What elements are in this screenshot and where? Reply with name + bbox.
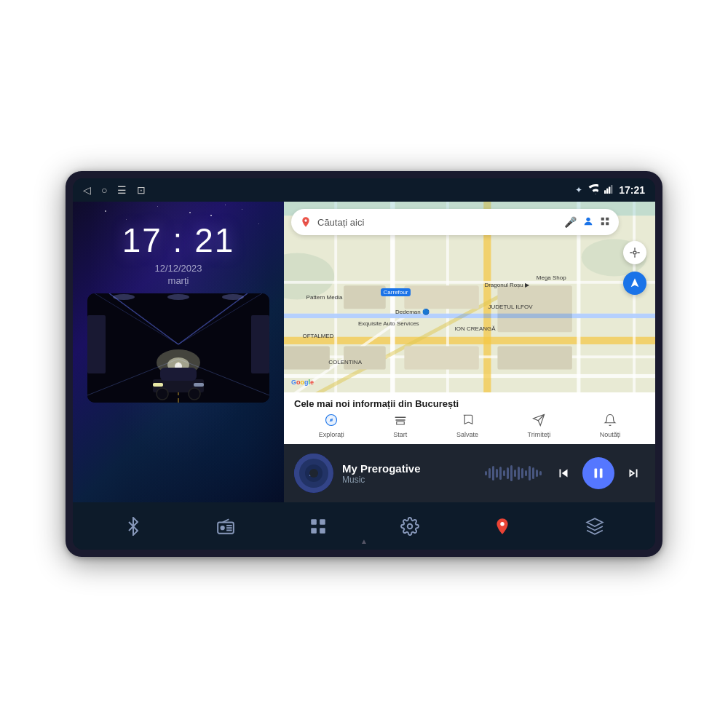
apps-button[interactable] <box>302 510 334 542</box>
wave-bar <box>525 470 527 476</box>
map-label-dragonul: Dragonul Roșu ▶ <box>484 282 529 288</box>
svg-point-16 <box>167 294 189 300</box>
account-icon[interactable] <box>582 215 594 229</box>
next-track-button[interactable] <box>622 462 645 485</box>
nav-info-title: Cele mai noi informații din București <box>294 398 645 409</box>
nav-tabs: Explorați Start <box>294 414 645 438</box>
svg-rect-30 <box>284 337 655 344</box>
clock-day: marți <box>168 275 189 286</box>
wave-bar <box>492 466 494 480</box>
svg-rect-54 <box>601 217 604 220</box>
svg-rect-0 <box>604 190 606 194</box>
map-container[interactable]: Căutați aici 🎤 Pattern Media <box>284 202 655 444</box>
trimiteti-label: Trimiteți <box>527 431 550 438</box>
svg-point-58 <box>633 251 636 254</box>
nav-tab-noutati[interactable]: Noutăți <box>600 414 621 438</box>
svg-point-25 <box>189 388 200 400</box>
svg-point-53 <box>586 217 590 221</box>
map-label-judet: JUDEȚUL ILFOV <box>488 304 533 310</box>
menu-icon[interactable]: ☰ <box>117 184 127 196</box>
settings-button[interactable] <box>394 510 426 542</box>
map-navigate-button[interactable] <box>623 272 646 295</box>
map-target-button[interactable] <box>623 241 646 264</box>
noutati-label: Noutăți <box>600 431 621 438</box>
album-art: ♫ <box>294 454 333 493</box>
prev-track-button[interactable] <box>552 462 575 485</box>
music-title: My Prerogative <box>342 462 476 475</box>
svg-rect-55 <box>606 217 609 220</box>
grid-icon[interactable] <box>600 216 610 229</box>
mic-icon[interactable]: 🎤 <box>564 216 577 228</box>
svg-rect-48 <box>284 347 330 370</box>
svg-rect-19 <box>251 315 269 373</box>
svg-rect-72 <box>595 469 598 478</box>
map-search-actions: 🎤 <box>564 215 610 229</box>
music-player: ♫ My Prerogative Music <box>284 444 655 502</box>
google-maps-button[interactable] <box>486 510 518 542</box>
map-label-auto: Exquisite Auto Services <box>358 320 419 327</box>
svg-rect-56 <box>601 222 604 225</box>
svg-rect-1 <box>606 188 608 193</box>
nav-tab-salvate[interactable]: Salvate <box>456 414 478 438</box>
map-label-ion-creanga: ION CREANGĂ <box>455 325 496 332</box>
start-icon <box>394 414 407 430</box>
car-tunnel-image <box>87 293 269 403</box>
google-maps-icon <box>300 216 312 228</box>
map-label-oftalmed: OFTALMED <box>303 333 334 339</box>
noutati-icon <box>604 414 617 430</box>
left-panel: 17 : 21 12/12/2023 marți <box>73 202 284 502</box>
music-controls <box>552 457 645 489</box>
music-waveform <box>485 462 543 484</box>
svg-point-83 <box>408 523 413 529</box>
screenshot-icon[interactable]: ⊡ <box>137 184 146 196</box>
svg-point-24 <box>157 388 168 400</box>
start-label: Start <box>393 431 407 438</box>
map-label-colentina: COLENTINA <box>328 359 362 365</box>
status-bar-right: ✦ 17:21 <box>575 184 645 197</box>
svg-rect-79 <box>311 519 317 525</box>
nav-info-panel: Cele mai noi informații din București Ex… <box>284 392 655 444</box>
map-search-bar[interactable]: Căutați aici 🎤 <box>291 209 619 235</box>
explorati-label: Explorați <box>319 431 344 438</box>
wifi-icon <box>588 184 598 197</box>
map-label-pattern-media: Pattern Media <box>306 294 343 301</box>
svg-rect-2 <box>609 186 610 194</box>
home-icon[interactable]: ○ <box>101 184 107 196</box>
clock-display: 17:21 <box>619 184 645 196</box>
wave-bar <box>499 467 502 480</box>
signal-icon <box>604 185 613 196</box>
play-pause-button[interactable] <box>582 457 614 489</box>
svg-rect-21 <box>160 368 197 381</box>
wave-bar <box>521 468 523 478</box>
bluetooth-status-icon: ✦ <box>575 185 582 195</box>
wave-bar <box>532 467 534 479</box>
svg-rect-3 <box>611 185 612 194</box>
google-logo: Google <box>291 379 314 386</box>
svg-rect-80 <box>320 519 325 525</box>
bottom-bar: ▲ <box>73 502 655 550</box>
wave-bar <box>496 469 498 478</box>
trimiteti-icon <box>532 414 545 430</box>
wave-bar <box>503 470 505 476</box>
svg-rect-45 <box>404 347 478 370</box>
main-area: 17 : 21 12/12/2023 marți <box>73 202 655 502</box>
svg-rect-81 <box>311 528 317 534</box>
svg-point-15 <box>113 294 135 300</box>
nav-tab-start[interactable]: Start <box>393 414 407 438</box>
back-icon[interactable]: ◁ <box>83 184 91 196</box>
salvate-icon <box>461 414 474 430</box>
svg-rect-31 <box>284 374 655 378</box>
svg-rect-18 <box>87 315 106 373</box>
bluetooth-button[interactable] <box>117 510 149 542</box>
svg-point-84 <box>500 522 504 526</box>
nav-tab-explorati[interactable]: Explorați <box>319 414 344 438</box>
wave-bar <box>485 471 487 475</box>
wave-bar <box>539 471 542 475</box>
music-info: My Prerogative Music <box>342 462 476 485</box>
radio-button[interactable] <box>210 510 242 542</box>
nav-tab-trimiteti[interactable]: Trimiteți <box>527 414 550 438</box>
wave-bar <box>510 465 513 481</box>
chevron-up-indicator: ▲ <box>360 537 368 545</box>
cube-button[interactable] <box>579 510 611 542</box>
svg-rect-57 <box>606 222 609 225</box>
